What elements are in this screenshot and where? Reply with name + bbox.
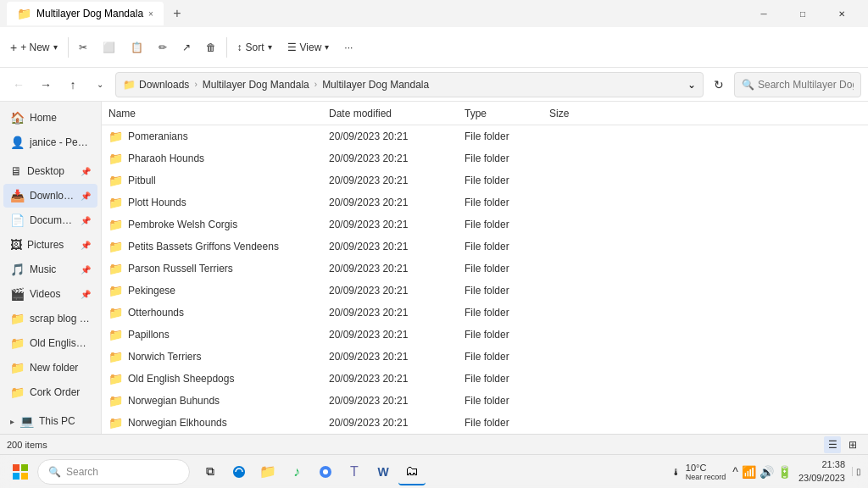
file-type: File folder: [465, 130, 549, 142]
breadcrumb-downloads[interactable]: Downloads: [139, 79, 189, 91]
sidebar-item-home[interactable]: 🏠 Home: [3, 106, 97, 130]
col-date-header[interactable]: Date modified: [329, 108, 465, 119]
search-box[interactable]: 🔍: [734, 72, 861, 97]
folder-icon: 📁: [108, 218, 123, 231]
table-row[interactable]: 📁 Pembroke Welsh Corgis 20/09/2023 20:21…: [102, 214, 868, 236]
share-button[interactable]: ↗: [175, 32, 198, 63]
col-type-header[interactable]: Type: [465, 108, 549, 119]
table-row[interactable]: 📁 Norwegian Elkhounds 20/09/2023 20:21 F…: [102, 412, 868, 434]
taskbar-app-edge[interactable]: [225, 458, 253, 485]
sidebar-item-scrapblog[interactable]: 📁 scrap blog pics: [3, 307, 97, 330]
documents-pin-icon: 📌: [81, 216, 91, 225]
battery-icon[interactable]: 🔋: [777, 465, 792, 479]
sidebar-item-pictures[interactable]: 🖼 Pictures 📌: [3, 233, 97, 257]
share-icon: ↗: [182, 42, 191, 53]
tab-close-button[interactable]: ×: [148, 9, 153, 19]
table-row[interactable]: 📁 Papillons 20/09/2023 20:21 File folder: [102, 324, 868, 346]
back-button[interactable]: ←: [7, 73, 31, 97]
tab-active[interactable]: 📁 Multilayer Dog Mandala ×: [7, 2, 164, 25]
table-row[interactable]: 📁 Petits Bassets Griffons Vendeens 20/09…: [102, 236, 868, 258]
file-name: Pekingese: [128, 285, 175, 297]
large-icons-view-button[interactable]: ⊞: [844, 436, 861, 453]
folder-icon: 📁: [108, 130, 123, 143]
taskbar-app-word[interactable]: W: [370, 458, 397, 485]
show-desktop-icon[interactable]: ▯: [852, 467, 861, 476]
col-name-header[interactable]: Name: [108, 108, 329, 119]
table-row[interactable]: 📁 Plott Hounds 20/09/2023 20:21 File fol…: [102, 191, 868, 214]
sidebar-item-personal[interactable]: 👤 janice - Personal: [3, 130, 97, 154]
forward-button[interactable]: →: [34, 73, 58, 97]
sort-label: Sort: [246, 42, 264, 53]
breadcrumb-mandala-1[interactable]: Multilayer Dog Mandala: [203, 79, 309, 91]
file-type: File folder: [465, 307, 549, 319]
windows-logo-icon: [13, 464, 28, 480]
start-button[interactable]: [7, 458, 34, 485]
cut-button[interactable]: ✂: [72, 32, 94, 63]
new-button[interactable]: + + New ▾: [3, 32, 64, 63]
table-row[interactable]: 📁 Norwich Terriers 20/09/2023 20:21 File…: [102, 346, 868, 368]
sort-icon: ↕: [237, 42, 242, 53]
maximize-button[interactable]: □: [783, 0, 822, 27]
breadcrumb-mandala-2[interactable]: Multilayer Dog Mandala: [322, 79, 429, 91]
minimize-button[interactable]: ─: [744, 0, 783, 27]
taskbar-search-placeholder: Search: [66, 466, 98, 478]
sort-button[interactable]: ↕ Sort ▾: [231, 32, 279, 63]
table-row[interactable]: 📁 Otterhounds 20/09/2023 20:21 File fold…: [102, 302, 868, 324]
new-tab-button[interactable]: +: [164, 2, 191, 25]
taskbar-app-explorer[interactable]: 🗂: [398, 458, 426, 485]
rename-button[interactable]: ✏: [152, 32, 174, 63]
delete-button[interactable]: 🗑: [199, 32, 223, 63]
paste-button[interactable]: 📋: [124, 32, 150, 63]
sidebar-item-music[interactable]: 🎵 Music 📌: [3, 258, 97, 281]
taskbar-app-chrome[interactable]: [312, 458, 339, 485]
table-row[interactable]: 📁 Old English Sheepdogs 20/09/2023 20:21…: [102, 368, 868, 390]
refresh-button[interactable]: ↻: [707, 73, 731, 97]
table-row[interactable]: 📁 Norwegian Buhunds 20/09/2023 20:21 Fil…: [102, 390, 868, 412]
sidebar-item-documents[interactable]: 📄 Documents 📌: [3, 208, 97, 232]
table-row[interactable]: 📁 Parson Russell Terriers 20/09/2023 20:…: [102, 258, 868, 280]
table-row[interactable]: 📁 Pekingese 20/09/2023 20:21 File folder: [102, 280, 868, 302]
weather-temp-icon: 🌡: [671, 467, 681, 477]
folder-icon: 📁: [108, 394, 123, 408]
sidebar-item-label-corkorder: Cork Order: [30, 386, 91, 398]
sidebar-item-corkorder[interactable]: 📁 Cork Order: [3, 380, 97, 404]
table-row[interactable]: 📁 Pharaoh Hounds 20/09/2023 20:21 File f…: [102, 147, 868, 169]
file-date: 20/09/2023 20:21: [329, 175, 465, 186]
col-size-header[interactable]: Size: [549, 108, 617, 119]
network-status-icon[interactable]: 📶: [742, 465, 756, 479]
sidebar-item-videos[interactable]: 🎬 Videos 📌: [3, 282, 97, 306]
taskbar-app-spotify[interactable]: ♪: [283, 458, 310, 485]
address-dropdown-icon[interactable]: ⌄: [687, 79, 696, 91]
chevron-up-icon[interactable]: ^: [732, 465, 738, 479]
taskbar-app-task-view[interactable]: ⧉: [197, 458, 224, 485]
sidebar-item-newfolder[interactable]: 📁 New folder: [3, 356, 97, 380]
search-input[interactable]: [758, 79, 854, 91]
address-box[interactable]: 📁 Downloads › Multilayer Dog Mandala › M…: [115, 72, 704, 97]
taskbar-app-files[interactable]: 📁: [254, 458, 281, 485]
taskbar-left: 🔍 Search ⧉ 📁 ♪ T W 🗂: [7, 458, 426, 485]
paste-icon: 📋: [131, 42, 143, 53]
weather-widget[interactable]: 🌡 10°C Near record: [671, 463, 726, 481]
pictures-pin-icon: 📌: [81, 241, 91, 250]
sidebar-item-thispc[interactable]: ▸ 💻 This PC: [3, 409, 97, 433]
clock-widget[interactable]: 21:38 23/09/2023: [798, 458, 845, 485]
copy-button[interactable]: ⬜: [96, 32, 122, 63]
breadcrumb-home-icon: 📁: [123, 79, 136, 91]
sidebar-item-downloads[interactable]: 📥 Downloads 📌: [3, 184, 97, 208]
volume-icon[interactable]: 🔊: [760, 465, 774, 479]
close-button[interactable]: ✕: [822, 0, 861, 27]
taskbar-app-teams[interactable]: T: [341, 458, 368, 485]
taskbar-search-box[interactable]: 🔍 Search: [37, 459, 190, 485]
file-date: 20/09/2023 20:21: [329, 241, 465, 252]
table-row[interactable]: 📁 Pomeranians 20/09/2023 20:21 File fold…: [102, 125, 868, 147]
filelist-header: Name Date modified Type Size: [102, 102, 868, 125]
recent-locations-button[interactable]: ⌄: [88, 73, 112, 97]
sidebar-item-oldenglish[interactable]: 📁 Old English Sheepd: [3, 331, 97, 355]
details-view-button[interactable]: ☰: [824, 436, 841, 453]
view-button[interactable]: ☰ View ▾: [281, 32, 337, 63]
up-button[interactable]: ↑: [61, 73, 85, 97]
folder-icon: 📁: [108, 240, 123, 253]
more-button[interactable]: ···: [337, 32, 359, 63]
sidebar-item-desktop[interactable]: 🖥 Desktop 📌: [3, 159, 97, 183]
table-row[interactable]: 📁 Pitbull 20/09/2023 20:21 File folder: [102, 169, 868, 191]
